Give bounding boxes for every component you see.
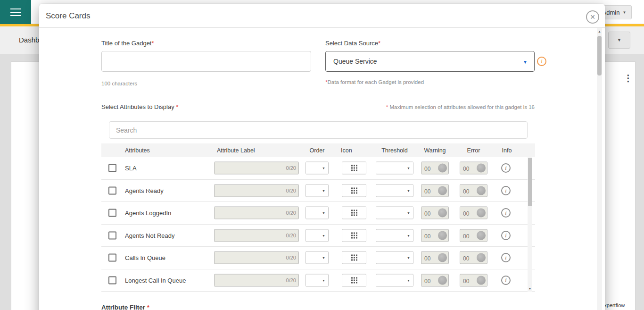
attribute-label-input[interactable]: 0/20 xyxy=(214,207,299,219)
order-select[interactable]: ▼ xyxy=(305,274,329,286)
row-checkbox[interactable] xyxy=(108,254,116,262)
error-input[interactable]: 00 xyxy=(460,184,487,197)
chevron-down-icon: ▼ xyxy=(407,278,410,282)
threshold-select[interactable]: ▼ xyxy=(376,251,413,264)
gadget-title-input[interactable] xyxy=(101,51,311,72)
warning-input[interactable]: 00 xyxy=(421,207,449,219)
scrollbar-thumb[interactable] xyxy=(597,36,602,75)
hamburger-menu-button[interactable] xyxy=(0,0,31,24)
error-value: 00 xyxy=(463,210,469,217)
char-counter: 0/20 xyxy=(286,165,296,171)
attribute-label-input[interactable]: 0/20 xyxy=(214,251,299,264)
icon-picker-button[interactable] xyxy=(342,251,366,264)
info-icon[interactable]: i xyxy=(537,57,546,66)
order-select[interactable]: ▼ xyxy=(305,162,329,175)
table-row: SLA 0/20 ▼ ▼ 00 00 i xyxy=(101,157,535,180)
attribute-label-input[interactable]: 0/20 xyxy=(214,274,299,286)
warning-input[interactable]: 00 xyxy=(421,251,449,264)
data-source-label-text: Select Data Source xyxy=(325,40,378,47)
chevron-down-icon: ▼ xyxy=(407,167,410,170)
error-input[interactable]: 00 xyxy=(460,229,487,242)
warning-input[interactable]: 00 xyxy=(421,229,449,242)
error-input[interactable]: 00 xyxy=(460,251,487,264)
info-icon[interactable]: i xyxy=(501,231,511,240)
info-icon[interactable]: i xyxy=(501,186,511,195)
threshold-select[interactable]: ▼ xyxy=(376,162,413,175)
dialog-scrollbar[interactable]: ▲ xyxy=(597,28,602,310)
error-input[interactable]: 00 xyxy=(460,207,487,219)
stepper-knob-icon xyxy=(438,231,447,240)
stepper-knob-icon xyxy=(477,209,486,218)
row-checkbox[interactable] xyxy=(108,209,116,217)
icon-picker-button[interactable] xyxy=(342,207,366,219)
col-header-error: Error xyxy=(460,147,487,154)
icon-picker-button[interactable] xyxy=(342,162,366,175)
attribute-name: Calls In Queue xyxy=(125,254,165,261)
chevron-down-icon: ▼ xyxy=(322,189,325,192)
row-checkbox[interactable] xyxy=(108,186,116,194)
warning-input[interactable]: 00 xyxy=(421,162,449,175)
attribute-filter-label: Attribute Filter * xyxy=(101,304,149,310)
warning-input[interactable]: 00 xyxy=(421,184,449,197)
warning-input[interactable]: 00 xyxy=(421,274,449,286)
gadget-title-label: Title of the Gadget* xyxy=(101,40,154,47)
icon-picker-button[interactable] xyxy=(342,184,366,197)
data-source-hint: *Data format for each Gadget is provided xyxy=(325,79,424,85)
data-source-label: Select Data Source* xyxy=(325,40,380,47)
row-checkbox[interactable] xyxy=(108,164,116,172)
scroll-up-icon[interactable]: ▲ xyxy=(597,30,602,33)
table-scrollbar[interactable]: ▼ xyxy=(528,157,532,292)
close-button[interactable]: ✕ xyxy=(586,10,599,24)
col-header-threshold: Threshold xyxy=(376,147,413,154)
row-checkbox[interactable] xyxy=(108,231,116,239)
attribute-label-input[interactable]: 0/20 xyxy=(214,229,299,242)
order-select[interactable]: ▼ xyxy=(305,184,329,197)
warning-value: 00 xyxy=(424,233,430,239)
char-counter: 0/20 xyxy=(286,232,296,238)
info-icon[interactable]: i xyxy=(501,163,511,173)
col-header-attribute-label: Attribute Label xyxy=(217,147,255,154)
search-input[interactable] xyxy=(109,121,528,139)
order-select[interactable]: ▼ xyxy=(305,229,329,242)
menu-icon xyxy=(10,15,21,16)
error-value: 00 xyxy=(463,277,469,284)
warning-value: 00 xyxy=(424,188,430,194)
table-row: Agents Ready 0/20 ▼ ▼ 00 00 i xyxy=(101,180,535,202)
stepper-knob-icon xyxy=(477,231,486,240)
grid-icon xyxy=(351,255,353,256)
error-input[interactable]: 00 xyxy=(460,274,487,286)
stepper-knob-icon xyxy=(438,186,447,195)
col-header-icon: Icon xyxy=(341,147,352,154)
threshold-select[interactable]: ▼ xyxy=(376,229,413,242)
threshold-select[interactable]: ▼ xyxy=(376,207,413,219)
attribute-name: Agents Ready xyxy=(125,187,164,194)
stepper-knob-icon xyxy=(438,209,447,218)
attribute-name: Longest Call In Queue xyxy=(125,276,186,284)
toolbar-dropdown-button[interactable]: ▼ xyxy=(608,32,630,49)
chevron-down-icon: ▼ xyxy=(322,211,325,215)
order-select[interactable]: ▼ xyxy=(305,251,329,264)
scrollbar-thumb[interactable] xyxy=(528,158,532,206)
grid-icon xyxy=(351,277,353,278)
stepper-knob-icon xyxy=(477,186,486,195)
scroll-down-icon[interactable]: ▼ xyxy=(528,287,532,290)
attribute-label-input[interactable]: 0/20 xyxy=(214,162,299,175)
icon-picker-button[interactable] xyxy=(342,274,366,286)
info-icon[interactable]: i xyxy=(501,276,511,285)
error-input[interactable]: 00 xyxy=(460,162,487,175)
char-counter: 0/20 xyxy=(286,255,296,260)
data-source-select[interactable]: Queue Service ▼ xyxy=(325,51,535,72)
dialog-title: Score Cards xyxy=(46,11,90,21)
table-body: SLA 0/20 ▼ ▼ 00 00 i Agents Ready 0/20 ▼… xyxy=(101,157,535,292)
info-icon[interactable]: i xyxy=(501,208,511,218)
order-select[interactable]: ▼ xyxy=(305,207,329,219)
table-row: Agents LoggedIn 0/20 ▼ ▼ 00 00 i xyxy=(101,202,535,225)
info-icon[interactable]: i xyxy=(501,253,511,262)
icon-picker-button[interactable] xyxy=(342,229,366,242)
attribute-label-input[interactable]: 0/20 xyxy=(214,184,299,197)
threshold-select[interactable]: ▼ xyxy=(376,184,413,197)
kebab-menu-icon[interactable]: ⋮ xyxy=(624,74,633,83)
required-asterisk: * xyxy=(386,104,388,110)
row-checkbox[interactable] xyxy=(108,276,116,284)
threshold-select[interactable]: ▼ xyxy=(376,274,413,286)
